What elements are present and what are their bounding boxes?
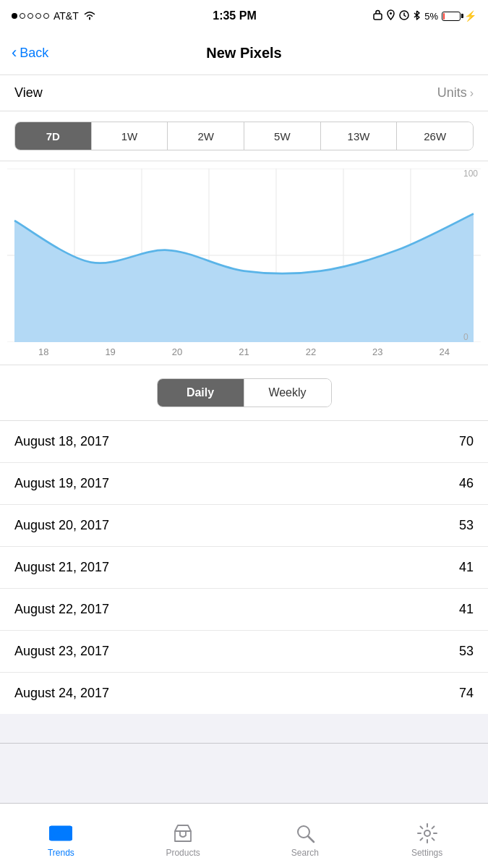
data-value: 74 — [459, 686, 474, 701]
x-label-18: 18 — [10, 346, 77, 357]
units-button[interactable]: Units › — [437, 85, 474, 101]
period-btn-1w[interactable]: 1W — [92, 122, 168, 150]
status-left: AT&T — [12, 10, 96, 22]
chart-inner: 100 0 — [7, 169, 481, 342]
view-row: View Units › — [0, 75, 488, 111]
data-value: 46 — [459, 476, 474, 491]
spacer — [0, 714, 488, 743]
back-button[interactable]: ‹ Back — [12, 46, 48, 61]
page-title: New Pixels — [206, 45, 282, 61]
dot-3 — [27, 13, 33, 19]
tab-item-trends[interactable]: Trends — [0, 804, 122, 868]
data-row: August 18, 2017 70 — [0, 421, 488, 463]
x-label-21: 21 — [210, 346, 277, 357]
period-btn-7d[interactable]: 7D — [15, 122, 92, 150]
carrier-label: AT&T — [53, 10, 79, 22]
tab-item-products[interactable]: Products — [122, 804, 244, 868]
data-value: 70 — [459, 434, 474, 449]
view-label: View — [14, 85, 43, 101]
data-date: August 22, 2017 — [14, 602, 109, 617]
chart-x-labels: 18192021222324 — [0, 342, 488, 365]
charging-icon: ⚡ — [464, 10, 476, 22]
signal-dots — [12, 13, 49, 19]
data-row: August 23, 2017 53 — [0, 631, 488, 673]
status-right: 5% ⚡ — [373, 9, 476, 22]
data-row: August 24, 2017 74 — [0, 673, 488, 714]
back-label: Back — [20, 46, 48, 61]
search-icon — [294, 822, 317, 845]
data-row: August 22, 2017 41 — [0, 589, 488, 631]
period-btn-2w[interactable]: 2W — [168, 122, 244, 150]
data-date: August 21, 2017 — [14, 560, 109, 575]
period-btn-26w[interactable]: 26W — [397, 122, 473, 150]
chart-container: 100 0 18192021222324 — [0, 161, 488, 365]
data-value: 53 — [459, 518, 474, 533]
chevron-right-icon: › — [470, 87, 474, 100]
tab-item-settings[interactable]: Settings — [366, 804, 488, 868]
data-row: August 21, 2017 41 — [0, 547, 488, 589]
dot-4 — [35, 13, 41, 19]
trends-tab-label: Trends — [48, 848, 74, 858]
search-tab-label: Search — [291, 848, 319, 858]
data-date: August 18, 2017 — [14, 434, 109, 449]
settings-icon — [416, 822, 439, 845]
status-bar: AT&T 1:35 PM — [0, 0, 488, 32]
x-label-22: 22 — [278, 346, 344, 357]
trends-icon — [49, 822, 72, 845]
x-label-23: 23 — [344, 346, 411, 357]
data-value: 41 — [459, 560, 474, 575]
data-date: August 20, 2017 — [14, 518, 109, 533]
toggle-section: DailyWeekly — [0, 365, 488, 421]
dot-2 — [20, 13, 25, 19]
toggle-group: DailyWeekly — [157, 378, 332, 407]
battery-percent: 5% — [424, 11, 438, 22]
data-date: August 19, 2017 — [14, 476, 109, 491]
period-selector-wrapper: 7D1W2W5W13W26W — [0, 111, 488, 161]
svg-point-1 — [390, 12, 392, 14]
svg-line-14 — [308, 836, 314, 842]
tab-item-search[interactable]: Search — [244, 804, 367, 868]
data-date: August 23, 2017 — [14, 644, 109, 659]
x-label-19: 19 — [77, 346, 143, 357]
period-selector: 7D1W2W5W13W26W — [14, 122, 474, 150]
dot-1 — [12, 13, 17, 19]
chart-svg — [7, 169, 481, 342]
data-value: 41 — [459, 602, 474, 617]
x-label-24: 24 — [411, 346, 478, 357]
products-tab-label: Products — [166, 848, 200, 858]
toggle-btn-weekly[interactable]: Weekly — [244, 379, 331, 407]
tab-bar: Trends Products Search Set — [0, 803, 488, 868]
back-chevron-icon: ‹ — [12, 45, 17, 61]
period-btn-5w[interactable]: 5W — [244, 122, 321, 150]
clock-icon — [399, 10, 409, 22]
location-icon — [386, 9, 395, 22]
data-row: August 20, 2017 53 — [0, 505, 488, 547]
svg-rect-0 — [374, 14, 382, 20]
data-value: 53 — [459, 644, 474, 659]
x-label-20: 20 — [144, 346, 210, 357]
units-label: Units — [437, 85, 467, 101]
dot-5 — [43, 13, 49, 19]
lock-icon — [373, 9, 382, 22]
bluetooth-icon — [413, 9, 421, 22]
wifi-icon — [83, 10, 96, 22]
battery-icon — [442, 12, 461, 21]
status-time: 1:35 PM — [213, 9, 256, 22]
nav-bar: ‹ Back New Pixels — [0, 32, 488, 75]
products-icon — [171, 822, 194, 845]
settings-tab-label: Settings — [411, 848, 442, 858]
tab-spacer — [0, 744, 488, 809]
period-btn-13w[interactable]: 13W — [321, 122, 398, 150]
data-date: August 24, 2017 — [14, 686, 109, 701]
toggle-btn-daily[interactable]: Daily — [158, 379, 244, 407]
data-row: August 19, 2017 46 — [0, 463, 488, 505]
data-list: August 18, 2017 70 August 19, 2017 46 Au… — [0, 421, 488, 714]
svg-point-15 — [424, 830, 430, 836]
